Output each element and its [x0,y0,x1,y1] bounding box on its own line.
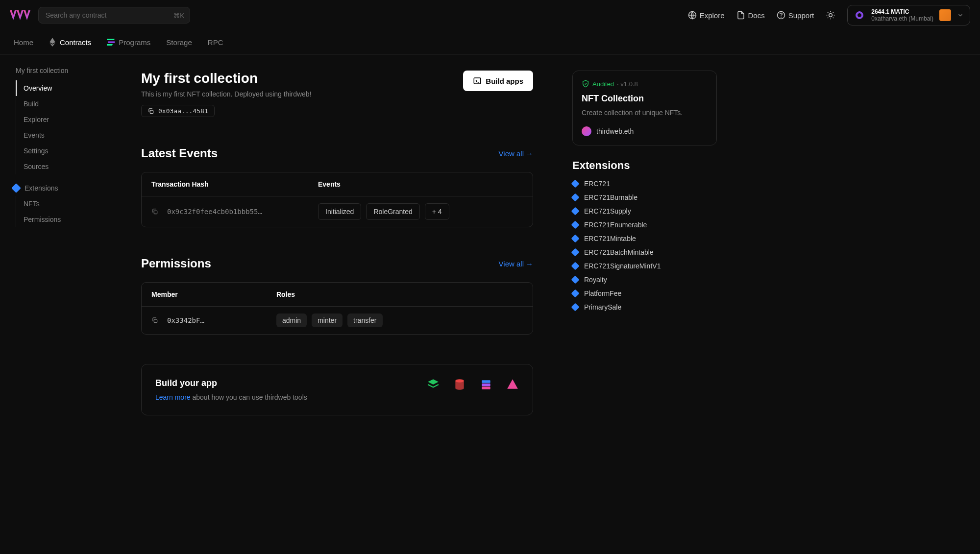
permissions-table-row[interactable]: 0x3342bF… admin minter transfer [142,307,533,334]
extensions-label: Extensions [24,184,58,192]
events-view-all-link[interactable]: View all → [499,149,533,158]
col-hash-header: Transaction Hash [151,180,318,188]
permissions-table-header: Member Roles [142,283,533,307]
svg-rect-9 [154,211,157,214]
metamask-avatar [939,9,951,21]
svg-point-2 [781,17,781,17]
diamond-icon [571,248,580,257]
ext-name: ERC721BatchMintable [584,248,654,256]
permissions-view-all-link[interactable]: View all → [499,260,533,268]
extension-item: PlatformFee [572,289,717,297]
tab-storage[interactable]: Storage [166,31,192,54]
sidebar-extensions-header: Extensions [13,184,112,192]
member-text: 0x3342bF… [167,316,204,324]
diamond-icon [571,235,580,243]
wallet-info: 2644.1 MATIC 0xatharva.eth (Mumbai) [871,8,933,22]
diamond-icon [571,262,580,270]
tab-rpc[interactable]: RPC [208,31,223,54]
svg-rect-13 [482,384,490,386]
svg-rect-6 [107,44,113,46]
theme-toggle[interactable] [826,10,835,20]
explore-link[interactable]: Explore [688,11,725,20]
arrow-right-icon: → [526,149,533,158]
sidebar-item-nfts[interactable]: NFTs [16,196,112,212]
extension-item: Royalty [572,276,717,284]
docs-link[interactable]: Docs [736,11,765,20]
diamond-icon [571,207,580,216]
search-input[interactable] [38,7,190,24]
tab-programs[interactable]: Programs [107,31,150,54]
extension-item: ERC721SignatureMintV1 [572,262,717,270]
page-header-info: My first collection This is my first NFT… [141,71,312,117]
copy-member-button[interactable] [151,317,158,324]
card-description: Create collection of unique NFTs. [582,109,708,117]
view-all-text: View all [499,260,524,268]
svg-point-3 [829,14,833,17]
extension-item: ERC721Supply [572,207,717,215]
help-icon [777,11,785,20]
shield-check-icon [582,80,589,88]
chain-icon [854,9,865,21]
sidebar-item-explorer[interactable]: Explorer [16,112,112,127]
main-layout: My first collection Overview Build Explo… [0,55,980,431]
audited-badge: Audited · v1.0.8 [582,80,708,88]
member-cell: 0x3342bF… [151,316,276,324]
triangle-icon [506,378,519,391]
ext-name: ERC721Enumerable [584,221,647,229]
card-title: NFT Collection [582,94,708,104]
contract-address-badge[interactable]: 0x03aa...4581 [141,105,215,117]
tab-home[interactable]: Home [14,31,33,54]
copy-hash-button[interactable] [151,208,158,215]
copy-icon [147,108,154,115]
content: My first collection This is my first NFT… [122,55,980,431]
ext-name: PlatformFee [584,289,621,297]
sidebar-item-build[interactable]: Build [16,96,112,112]
sidebar-item-settings[interactable]: Settings [16,143,112,159]
extensions-list: ERC721 ERC721Burnable ERC721Supply ERC72… [572,180,717,311]
nav-tabs: Home Contracts Programs Storage RPC [0,31,980,55]
content-right: Audited · v1.0.8 NFT Collection Create c… [572,71,717,415]
extension-item: ERC721Burnable [572,193,717,201]
globe-icon [688,11,697,20]
diamond-icon [571,180,580,188]
ext-name: ERC721Burnable [584,193,637,201]
sidebar-nav: Overview Build Explorer Events Settings … [16,80,112,174]
events-table-row[interactable]: 0x9c32f0fee4cb0b1bbb55… Initialized Role… [142,196,533,227]
header-links: Explore Docs Support [688,5,970,25]
stack-icon [480,378,492,391]
audited-text: Audited [592,80,614,88]
wallet-button[interactable]: 2644.1 MATIC 0xatharva.eth (Mumbai) [847,5,970,25]
svg-rect-12 [482,380,490,383]
ext-name: ERC721 [584,180,610,188]
logo[interactable] [10,8,30,22]
event-badge-more: + 4 [425,203,449,220]
diamond-icon [571,221,580,229]
role-badge-transfer: transfer [347,313,382,327]
svg-rect-4 [107,39,115,40]
learn-more-link[interactable]: Learn more [155,393,191,401]
sidebar-item-permissions[interactable]: Permissions [16,212,112,227]
sidebar-item-overview[interactable]: Overview [16,80,112,96]
chevron-down-icon [957,12,964,19]
support-link[interactable]: Support [777,11,814,20]
col-events-header: Events [318,180,523,188]
tab-storage-label: Storage [166,38,192,47]
publisher[interactable]: thirdweb.eth [582,126,708,136]
build-app-text: Learn more about how you can use thirdwe… [155,393,307,401]
tab-contracts[interactable]: Contracts [49,31,91,54]
role-badge-admin: admin [276,313,307,327]
build-app-info: Build your app Learn more about how you … [155,378,307,401]
extension-item: ERC721BatchMintable [572,248,717,256]
build-app-suffix: about how you can use thirdweb tools [191,393,307,401]
ext-name: ERC721Supply [584,207,631,215]
tab-programs-label: Programs [119,38,150,47]
sidebar-item-sources[interactable]: Sources [16,159,112,174]
extension-item: ERC721 [572,180,717,188]
event-badge-initialized: Initialized [318,203,361,220]
svg-rect-8 [474,78,481,84]
event-badges: Initialized RoleGranted + 4 [318,203,523,220]
build-apps-button[interactable]: Build apps [463,71,533,91]
top-header: ⌘K Explore Docs Su [0,0,980,31]
sidebar-item-events[interactable]: Events [16,127,112,143]
diamond-icon [571,193,580,202]
